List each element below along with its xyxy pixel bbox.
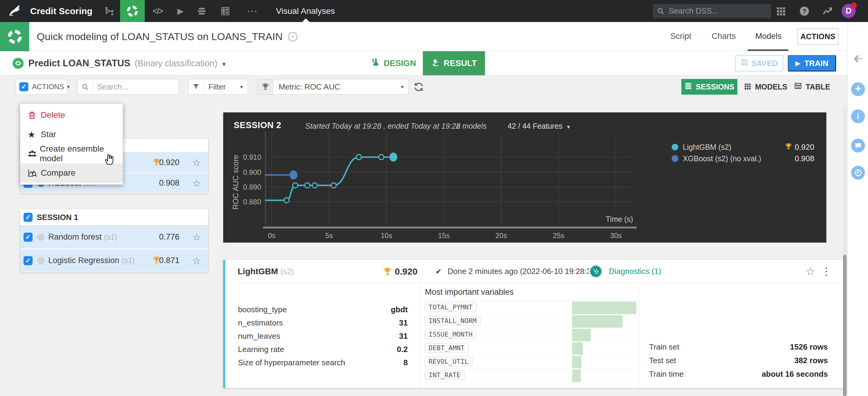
tab-script[interactable]: Script [668,22,694,51]
model-search[interactable] [78,79,179,95]
variable-row: INSTALL_NORM [420,315,639,328]
variable-chip: REVOL_UTIL [424,357,473,366]
models-view-label: MODELS [755,82,787,91]
discussions-icon[interactable] [851,139,865,153]
refresh-icon[interactable] [413,81,424,94]
param-value: 8 [404,358,408,367]
avatar[interactable]: D [841,4,856,18]
model-card-header: LightGBM(s2) 0.920 ✔ Done 2 minutes ago … [225,260,843,283]
model-card-status: Done 2 minutes ago (2022-06-10 19:28:39) [447,260,598,283]
star-outline-icon[interactable]: ☆ [806,260,815,283]
visual-analysis-tab-icon[interactable] [120,0,145,22]
importance-bar [572,369,581,382]
param-row: n_estimators31 [238,316,408,329]
legend-score: 0.920 [795,142,814,152]
variable-chip: TOTAL_PYMNT [424,303,477,312]
session-1-panel: ✓ SESSION 1 ✓ Random forest(s1) 0.776 ☆ … [20,209,208,272]
menu-item-star[interactable]: ★ Star [20,125,123,144]
metric-label: Metric: ROC AUC [273,82,401,92]
dashboard-icon[interactable] [220,6,230,16]
global-search-input[interactable] [669,6,759,16]
play-icon[interactable]: ▶ [177,6,184,16]
svg-text:0.910: 0.910 [243,153,261,161]
stat-label: Test set [649,356,676,365]
saved-label: SAVED [751,59,778,68]
train-button[interactable]: ▶ TRAIN [788,55,836,71]
svg-text:15s: 15s [438,231,450,240]
diagnostics-link[interactable]: Diagnostics (1) [609,260,661,283]
search-icon [653,4,669,18]
lightgbm-model-card[interactable]: LightGBM(s2) 0.920 ✔ Done 2 minutes ago … [223,260,843,388]
trophy-icon [383,267,392,277]
flow-icon[interactable] [104,6,115,16]
model-card-name[interactable]: LightGBM [238,267,278,276]
global-search[interactable] [653,4,771,18]
apps-grid-icon[interactable] [776,6,786,16]
jobs-icon[interactable] [197,6,207,16]
timeline-icon[interactable] [851,166,865,179]
right-sidebar: + i [847,22,868,396]
train-label: TRAIN [804,59,828,68]
saved-button[interactable]: SAVED [735,55,783,71]
param-row: boosting_typegbdt [238,303,408,316]
project-name[interactable]: Credit Scoring [30,6,93,16]
code-icon[interactable]: </> [153,6,162,16]
actions-context-menu: Delete ★ Star Create ensemble model Comp… [20,103,123,185]
design-button[interactable]: DESIGN [371,51,416,75]
active-section-caret [302,19,309,22]
add-panel-icon[interactable]: + [851,82,865,96]
model-session-tag: (s1) [122,256,135,265]
svg-text:0.880: 0.880 [243,198,261,206]
session-graph: 0.8800.8900.9000.9100s5s10s15s20s25s30sT… [223,112,826,242]
model-session-tag: (s1) [104,233,117,241]
star-outline-icon[interactable]: ☆ [192,231,201,243]
dataiku-logo-icon[interactable] [7,4,21,19]
help-icon[interactable]: ? [799,5,810,17]
more-icon[interactable]: ⋯ [247,5,258,18]
scrollbar-thumb[interactable] [843,255,846,396]
info-panel-icon[interactable]: i [851,109,865,123]
model-checkbox[interactable]: ✓ [24,256,33,265]
section-title[interactable]: Visual Analyses [276,6,335,16]
star-outline-icon[interactable]: ☆ [192,255,201,266]
variable-chip: DEBT_AMNT [424,343,469,353]
model-name: Logistic Regression [48,256,119,265]
predict-task-selector[interactable]: Predict LOAN_STATUS (Binary classificati… [28,51,226,77]
list-icon [684,82,692,92]
result-button[interactable]: RESULT [423,51,485,75]
star-outline-icon[interactable]: ☆ [192,157,201,168]
tab-models[interactable]: Models [753,22,783,51]
view-toggle-models[interactable]: MODELS [743,79,788,95]
list-actions-dropdown[interactable]: ✓ ACTIONS ▾ [16,79,67,95]
view-toggle-sessions[interactable]: SESSIONS [681,79,737,95]
legend-row-xgboost[interactable]: XGBoost (s2) (no xval.) 0.908 [672,153,814,164]
svg-text:?: ? [802,7,806,15]
kebab-menu-icon[interactable]: ⋮ [821,260,832,283]
analysis-tile-icon [0,22,29,51]
model-search-input[interactable] [93,82,171,92]
star-outline-icon[interactable]: ☆ [192,177,201,189]
session-1-checkbox[interactable]: ✓ [24,213,33,222]
table-icon [794,82,802,92]
trophy-icon [785,142,792,152]
session-1-panel-header: ✓ SESSION 1 [20,209,208,225]
select-all-checkbox[interactable]: ✓ [19,82,28,91]
metric-dropdown[interactable]: Metric: ROC AUC ▾ [257,79,409,95]
trophy-icon [257,79,273,94]
collapse-arrow-icon[interactable] [852,53,864,66]
chevron-down-icon: ▾ [222,60,226,68]
compass-icon[interactable] [287,31,299,44]
diagnostics-icon[interactable] [589,264,602,278]
model-score: 0.871 [159,249,180,272]
legend-row-lightgbm[interactable]: LightGBM (s2) 0.920 [672,141,814,153]
view-toggle-table[interactable]: TABLE [793,79,831,95]
model-checkbox[interactable]: ✓ [24,233,33,242]
tab-charts[interactable]: Charts [709,22,738,51]
filter-dropdown[interactable]: Filter ▾ [188,79,248,95]
header-actions-button[interactable]: ACTIONS [798,28,838,45]
model-row-random-forest[interactable]: ✓ Random forest(s1) 0.776 ☆ [20,225,208,249]
trend-icon[interactable] [822,5,833,17]
menu-item-delete[interactable]: Delete [20,105,123,125]
model-row-logistic-regression[interactable]: ✓ Logistic Regression(s1) 0.871 ☆ [20,249,208,272]
importance-bar [572,356,582,368]
